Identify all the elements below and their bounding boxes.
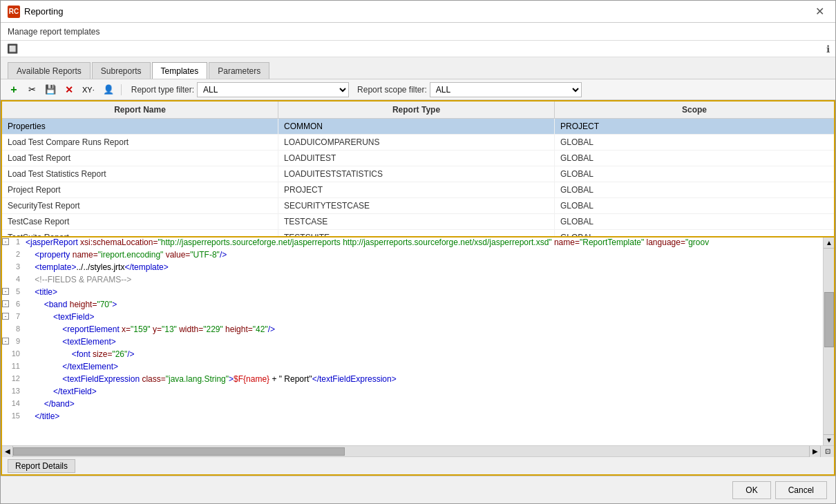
code-token-tag: <textElement>: [62, 337, 115, 347]
info-icon: ℹ: [826, 43, 830, 55]
scroll-up-btn[interactable]: ▲: [824, 238, 834, 249]
table-row[interactable]: PropertiesCOMMONPROJECT: [2, 119, 834, 135]
code-content[interactable]: <band height="70">: [23, 300, 812, 309]
horizontal-scrollbar[interactable]: ◀ ▶ ⊡: [2, 445, 834, 456]
save-button[interactable]: 💾: [42, 82, 59, 97]
person-button[interactable]: 👤: [100, 82, 117, 97]
code-token-value: "42": [253, 324, 268, 334]
code-token-tag: <template>: [35, 262, 76, 272]
code-content[interactable]: </title>: [23, 411, 812, 421]
code-token-attr: height=: [70, 300, 97, 309]
table-row[interactable]: Load Test Compare Runs ReportLOADUICOMPA…: [2, 135, 834, 151]
hscroll-thumb[interactable]: [13, 447, 345, 456]
table-row[interactable]: SecurityTest ReportSECURITYTESTCASEGLOBA…: [2, 198, 834, 214]
xy-button[interactable]: XY·: [79, 82, 97, 97]
report-details-button[interactable]: Report Details: [8, 459, 75, 473]
vertical-scrollbar[interactable]: ▲ ▼: [823, 238, 834, 445]
line-gutter: -9: [2, 337, 23, 345]
vscroll-thumb[interactable]: [824, 292, 834, 347]
ok-button[interactable]: OK: [732, 481, 770, 499]
col-header-name: Report Name: [2, 101, 278, 118]
table-row[interactable]: Load Test ReportLOADUITESTGLOBAL: [2, 151, 834, 166]
code-token-attr: height=: [223, 324, 253, 334]
close-button[interactable]: ✕: [811, 3, 828, 19]
code-content[interactable]: </band>: [23, 399, 812, 409]
subtitle-bar: Manage report templates: [1, 23, 835, 41]
report-type-filter-label: Report type filter:: [131, 85, 194, 95]
scroll-right-btn[interactable]: ▶: [809, 446, 820, 457]
cell-type: LOADUICOMPARERUNS: [278, 135, 555, 150]
line-gutter: 13: [2, 387, 23, 395]
tab-available-reports[interactable]: Available Reports: [8, 62, 91, 79]
table-row[interactable]: TestSuite ReportTESTSUITEGLOBAL: [2, 230, 834, 236]
cell-scope: GLOBAL: [555, 151, 834, 166]
cell-scope: PROJECT: [555, 119, 834, 134]
code-line: 11 </textElement>: [2, 362, 812, 374]
scroll-left-btn[interactable]: ◀: [2, 446, 13, 457]
code-token-value: "159": [131, 324, 151, 334]
cancel-button[interactable]: Cancel: [775, 481, 827, 499]
line-number: 9: [10, 337, 20, 345]
code-content[interactable]: <!--FIELDS & PARAMS-->: [23, 275, 812, 284]
main-dialog: RC Reporting ✕ Manage report templates 🔲…: [0, 0, 836, 504]
code-content[interactable]: <property name="ireport.encoding" value=…: [23, 250, 812, 260]
code-content[interactable]: </textElement>: [23, 362, 812, 371]
code-content[interactable]: <template>../../styles.jrtx</template>: [23, 262, 812, 272]
top-panel: Report Name Report Type Scope Properties…: [2, 101, 834, 238]
cell-type: SECURITYTESTCASE: [278, 198, 555, 213]
table-row[interactable]: Project ReportPROJECTGLOBAL: [2, 182, 834, 198]
code-content[interactable]: </textField>: [23, 387, 812, 396]
report-scope-filter-select[interactable]: ALL PROJECT GLOBAL: [430, 82, 582, 97]
cell-name: Properties: [2, 119, 278, 134]
title-bar: RC Reporting ✕: [1, 1, 835, 23]
add-button[interactable]: +: [6, 82, 21, 97]
delete-button[interactable]: ✕: [61, 82, 77, 97]
table-header: Report Name Report Type Scope: [2, 101, 834, 119]
fold-icon[interactable]: -: [2, 238, 9, 245]
line-number: 11: [10, 362, 20, 370]
cut-button[interactable]: ✂: [24, 82, 39, 97]
scroll-corner[interactable]: ⊡: [820, 446, 834, 457]
cell-type: LOADUITEST: [278, 151, 555, 166]
table-row[interactable]: Load Test Statistics ReportLOADUITESTSTA…: [2, 166, 834, 182]
code-token-value: "13": [162, 324, 177, 334]
report-type-filter-select[interactable]: ALL COMMON LOADUICOMPARERUNS LOADUITEST: [197, 82, 349, 97]
code-content[interactable]: <reportElement x="159" y="13" width="229…: [23, 324, 812, 334]
cell-scope: GLOBAL: [555, 230, 834, 236]
dialog-footer: OK Cancel: [1, 476, 835, 503]
tab-subreports[interactable]: Subreports: [92, 62, 151, 79]
code-token-text: ../../styles.jrtx: [76, 262, 124, 272]
tabs-bar: Available Reports Subreports Templates P…: [1, 57, 835, 79]
line-number: 12: [10, 374, 20, 382]
line-gutter: -1: [2, 238, 23, 246]
code-content[interactable]: <title>: [23, 287, 812, 297]
code-content[interactable]: <textFieldExpression class="java.lang.St…: [23, 374, 812, 384]
table-body: PropertiesCOMMONPROJECTLoad Test Compare…: [2, 119, 834, 236]
code-content[interactable]: <font size="26"/>: [23, 349, 812, 359]
cell-name: Load Test Compare Runs Report: [2, 135, 278, 150]
tab-parameters[interactable]: Parameters: [209, 62, 269, 79]
code-content[interactable]: <jasperReport xsi:schemaLocation="http:/…: [23, 238, 812, 247]
code-token-tag: </textElement>: [62, 362, 118, 371]
code-content[interactable]: <textField>: [23, 312, 812, 322]
code-token-attr: x=: [122, 324, 131, 334]
scroll-down-btn[interactable]: ▼: [824, 434, 834, 445]
fold-icon[interactable]: -: [2, 300, 9, 307]
fold-icon[interactable]: -: [2, 338, 9, 345]
table-row[interactable]: TestCase ReportTESTCASEGLOBAL: [2, 214, 834, 230]
toolbar-actions: + ✂ 💾 ✕ XY· 👤 Report type filter: ALL CO…: [1, 79, 835, 100]
code-token-tag: >: [229, 374, 234, 384]
code-token-tag: </textField>: [53, 387, 97, 396]
tab-templates[interactable]: Templates: [152, 62, 208, 79]
cell-type: COMMON: [278, 119, 555, 134]
code-content[interactable]: <textElement>: [23, 337, 812, 347]
fold-icon[interactable]: -: [2, 313, 9, 320]
small-icon-button[interactable]: 🔲: [6, 43, 19, 55]
code-token-tag: </textFieldExpression>: [312, 374, 397, 384]
code-token-tag: </title>: [35, 411, 59, 421]
code-token-tag: <title>: [35, 287, 57, 297]
cell-scope: GLOBAL: [555, 135, 834, 150]
fold-icon[interactable]: -: [2, 288, 9, 295]
code-editor[interactable]: -1<jasperReport xsi:schemaLocation="http…: [2, 238, 823, 445]
code-token-tag: <textFieldExpression: [62, 374, 142, 384]
